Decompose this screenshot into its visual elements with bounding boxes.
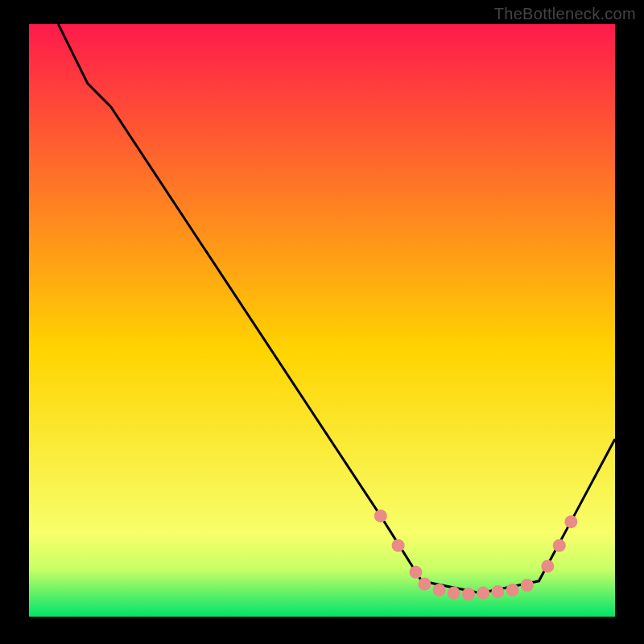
sweet-spot-marker: [418, 578, 431, 591]
bottleneck-chart: [0, 0, 644, 644]
attribution-label: TheBottleneck.com: [494, 5, 636, 23]
sweet-spot-marker: [564, 515, 577, 528]
sweet-spot-marker: [521, 579, 534, 592]
svg-rect-3: [615, 0, 644, 644]
sweet-spot-marker: [462, 588, 475, 601]
sweet-spot-marker: [477, 587, 489, 600]
sweet-spot-marker: [553, 539, 566, 552]
sweet-spot-marker: [374, 510, 387, 522]
sweet-spot-marker: [392, 539, 405, 552]
sweet-spot-marker: [433, 584, 446, 597]
sweet-spot-marker: [410, 566, 423, 579]
svg-rect-1: [0, 617, 644, 644]
plot-area: [29, 24, 615, 617]
svg-rect-2: [0, 0, 29, 644]
sweet-spot-marker: [448, 587, 460, 600]
sweet-spot-marker: [541, 559, 554, 572]
sweet-spot-marker: [491, 585, 504, 598]
gradient-background: [29, 24, 615, 617]
sweet-spot-marker: [506, 584, 519, 597]
chart-stage: TheBottleneck.com: [0, 0, 644, 644]
